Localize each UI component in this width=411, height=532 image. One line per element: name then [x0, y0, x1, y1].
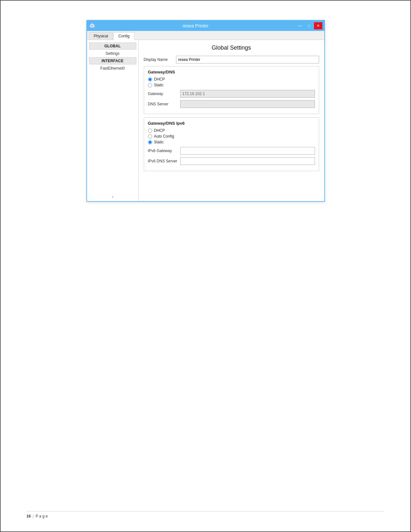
scroll-indicator: ∨ [87, 194, 138, 199]
sidebar-header-interface: INTERFACE [89, 57, 136, 64]
ipv6-static-option[interactable]: Static [148, 140, 315, 144]
sidebar: GLOBAL Settings INTERFACE FastEthernet0 … [87, 40, 139, 201]
dhcp-radio[interactable] [148, 77, 152, 82]
static-radio[interactable] [148, 83, 152, 87]
gateway-dns-section: Gateway/DNS DHCP Static Gateway [144, 66, 319, 114]
gateway-dns-ipv6-title: Gateway/DNS Ipv6 [148, 121, 315, 126]
ipv6-gateway-label: IPv6 Gateway [148, 149, 180, 153]
ipv6-dns-label: IPv6 DNS Server [148, 159, 180, 163]
ipv6-gateway-row: IPv6 Gateway [148, 147, 315, 155]
titlebar: resea Printer — □ ✕ [87, 21, 324, 31]
gateway-dns-ipv6-radio-group: DHCP Auto Config Static [148, 128, 315, 144]
page-footer: 16 | P a g e [26, 511, 385, 518]
ipv6-autoconfig-option[interactable]: Auto Config [148, 134, 315, 139]
ipv6-static-radio[interactable] [148, 140, 152, 144]
ipv6-dns-input[interactable] [180, 157, 315, 165]
sidebar-item-fastethernet[interactable]: FastEthernet0 [87, 65, 138, 72]
page-text: P a g e [35, 514, 48, 518]
gateway-dns-ipv6-section: Gateway/DNS Ipv6 DHCP Auto Config St [144, 117, 319, 171]
tab-physical[interactable]: Physical [89, 32, 113, 40]
gateway-dns-title: Gateway/DNS [148, 70, 315, 74]
gateway-label: Gateway [148, 92, 180, 96]
sidebar-header-global: GLOBAL [89, 43, 136, 50]
gateway-input[interactable] [180, 90, 315, 98]
gateway-row: Gateway [148, 90, 315, 98]
main-panel: Global Settings Display Name Gateway/DNS… [139, 40, 324, 201]
ipv6-dhcp-label: DHCP [154, 128, 165, 133]
window-title: resea Printer [95, 23, 296, 28]
svg-rect-1 [91, 25, 94, 27]
sidebar-item-settings[interactable]: Settings [87, 50, 138, 57]
close-button[interactable]: ✕ [314, 22, 322, 29]
display-name-label: Display Name [144, 57, 176, 62]
window-controls: — □ ✕ [296, 22, 322, 29]
dns-server-row: DNS Server [148, 100, 315, 108]
tab-config[interactable]: Config [113, 32, 134, 40]
dns-server-input[interactable] [180, 100, 315, 108]
static-option[interactable]: Static [148, 83, 315, 87]
window-body: GLOBAL Settings INTERFACE FastEthernet0 … [87, 40, 324, 201]
dhcp-option[interactable]: DHCP [148, 77, 315, 82]
tab-bar: Physical Config [87, 31, 324, 40]
application-window: resea Printer — □ ✕ Physical Config GLOB… [86, 20, 325, 202]
page-separator: | [33, 514, 34, 518]
page-title: Global Settings [144, 44, 319, 51]
svg-rect-2 [91, 24, 93, 25]
static-label: Static [154, 83, 164, 87]
gateway-dns-radio-group: DHCP Static [148, 77, 315, 87]
page-number: 16 [26, 514, 31, 518]
ipv6-dhcp-radio[interactable] [148, 129, 152, 133]
display-name-input[interactable] [176, 56, 319, 63]
app-icon [89, 23, 95, 29]
minimize-button[interactable]: — [296, 22, 304, 29]
ipv6-gateway-input[interactable] [180, 147, 315, 155]
dhcp-label: DHCP [154, 77, 165, 82]
ipv6-static-label: Static [154, 140, 164, 144]
display-name-row: Display Name [144, 56, 319, 63]
ipv6-dns-row: IPv6 DNS Server [148, 157, 315, 165]
ipv6-dhcp-option[interactable]: DHCP [148, 128, 315, 133]
ipv6-autoconfig-label: Auto Config [154, 134, 174, 139]
maximize-button[interactable]: □ [305, 22, 313, 29]
ipv6-autoconfig-radio[interactable] [148, 134, 152, 139]
svg-point-3 [92, 27, 93, 28]
dns-server-label: DNS Server [148, 102, 180, 106]
